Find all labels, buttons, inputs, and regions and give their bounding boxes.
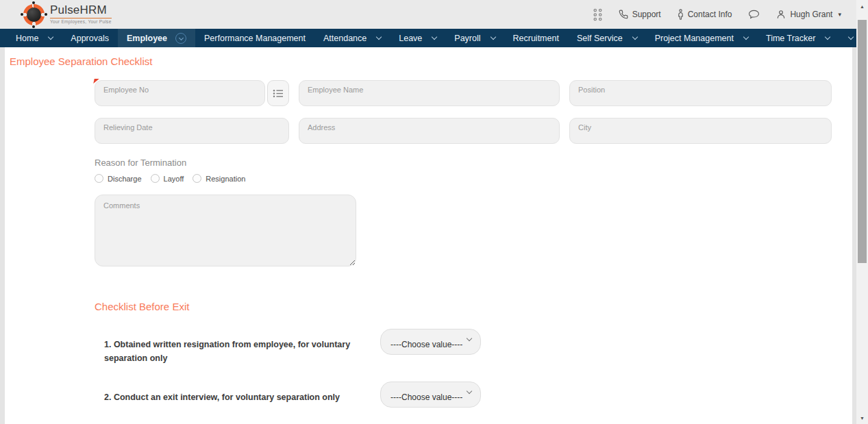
address-input[interactable] xyxy=(299,118,560,144)
radio-icon xyxy=(95,174,103,183)
position-field-wrap xyxy=(569,80,832,106)
checklist-title: Checklist Before Exit xyxy=(95,301,852,312)
checklist-2-select[interactable]: ----Choose value---- xyxy=(380,382,481,408)
checklist-question: 1. Obtained written resignation from emp… xyxy=(95,329,370,365)
checklist-question: 2. Conduct an exit interview, for volunt… xyxy=(95,382,370,404)
scroll-up-arrow[interactable]: ▲ xyxy=(856,1,868,12)
support-label: Support xyxy=(632,10,661,19)
main-nav: Home Approvals Employee Performance Mana… xyxy=(0,29,856,47)
nav-item-home[interactable]: Home xyxy=(7,29,62,47)
chevron-down-icon xyxy=(467,388,472,394)
radio-resignation[interactable]: Resignation xyxy=(193,174,245,183)
address-field-wrap xyxy=(299,118,560,144)
relieving-date-input[interactable] xyxy=(95,118,289,144)
checklist-1-select[interactable]: ----Choose value---- xyxy=(380,329,481,355)
radio-layoff[interactable]: Layoff xyxy=(151,174,184,183)
nav-item-leave[interactable]: Leave xyxy=(390,29,445,47)
chevron-down-icon xyxy=(467,336,472,341)
user-icon xyxy=(776,10,786,19)
separation-form: Reason for Termination Discharge Layoff … xyxy=(5,80,852,424)
chevron-down-icon xyxy=(490,34,495,40)
header-actions: Support Contact Info xyxy=(593,8,841,21)
employee-name-input[interactable] xyxy=(299,80,560,106)
user-menu[interactable]: Hugh Grant ▾ xyxy=(776,10,841,19)
brand: PulseHRM Your Employees, Your Pulse xyxy=(23,4,112,25)
reason-for-termination-label: Reason for Termination xyxy=(95,158,852,168)
comments-wrap xyxy=(95,195,852,269)
scrollbar-thumb[interactable] xyxy=(858,20,867,263)
nav-item-employee[interactable]: Employee xyxy=(118,29,195,47)
top-header: PulseHRM Your Employees, Your Pulse Supp… xyxy=(0,0,856,29)
pulsehrm-logo-icon xyxy=(23,4,45,25)
user-caret-icon: ▾ xyxy=(838,11,841,18)
nav-item-performance-management[interactable]: Performance Management xyxy=(195,29,314,47)
city-field-wrap xyxy=(569,118,832,144)
nav-item-project-management[interactable]: Project Management xyxy=(646,29,757,47)
nav-item-self-service[interactable]: Self Service xyxy=(568,29,646,47)
radio-discharge[interactable]: Discharge xyxy=(95,174,142,183)
phone-icon xyxy=(619,10,628,19)
chat-icon[interactable] xyxy=(748,10,760,19)
support-link[interactable]: Support xyxy=(619,10,661,19)
application-window: PulseHRM Your Employees, Your Pulse Supp… xyxy=(0,0,856,424)
position-input[interactable] xyxy=(569,80,832,106)
chevron-down-icon xyxy=(376,34,382,40)
nav-item-recruitment[interactable]: Recruitment xyxy=(504,29,568,47)
nav-item-attendance[interactable]: Attendance xyxy=(314,29,390,47)
contact-info-link[interactable]: Contact Info xyxy=(678,9,732,20)
vertical-scrollbar[interactable]: ▲ ▼ xyxy=(856,0,868,424)
employee-lookup-button[interactable] xyxy=(267,80,289,106)
content-panel: Employee Separation Checklist xyxy=(5,47,852,424)
apps-grid-icon[interactable] xyxy=(593,8,602,21)
page-title: Employee Separation Checklist xyxy=(10,55,852,67)
nav-item-time-tracker[interactable]: Time Tracker xyxy=(757,29,839,47)
contact-info-label: Contact Info xyxy=(688,10,732,19)
employee-name-field-wrap xyxy=(299,80,560,106)
city-input[interactable] xyxy=(569,118,832,144)
comments-textarea[interactable] xyxy=(95,195,356,266)
chevron-down-icon xyxy=(432,34,437,40)
chevron-down-icon xyxy=(632,34,637,40)
chevron-down-icon xyxy=(825,34,830,40)
checklist-item-2: 2. Conduct an exit interview, for volunt… xyxy=(95,382,852,408)
employee-no-field-wrap xyxy=(95,80,265,106)
chevron-down-icon xyxy=(848,34,854,40)
checklist-item-1: 1. Obtained written resignation from emp… xyxy=(95,329,852,365)
brand-name: PulseHRM xyxy=(50,4,112,16)
brand-tagline: Your Employees, Your Pulse xyxy=(50,18,112,25)
nav-item-payroll[interactable]: Payroll xyxy=(445,29,504,47)
chevron-down-circle-icon[interactable] xyxy=(175,33,186,44)
list-icon xyxy=(273,89,284,98)
scroll-down-arrow[interactable]: ▼ xyxy=(856,412,868,423)
nav-item-approvals[interactable]: Approvals xyxy=(62,29,118,47)
relieving-date-field-wrap xyxy=(95,118,289,144)
user-name: Hugh Grant xyxy=(790,10,832,19)
chevron-down-icon xyxy=(743,34,749,40)
radio-icon xyxy=(151,174,160,183)
reason-for-termination-group: Reason for Termination Discharge Layoff … xyxy=(95,158,852,183)
contact-person-icon xyxy=(678,9,684,20)
chevron-down-icon xyxy=(48,34,53,40)
required-marker xyxy=(93,79,99,84)
employee-no-input[interactable] xyxy=(95,80,265,106)
radio-icon xyxy=(193,174,201,183)
